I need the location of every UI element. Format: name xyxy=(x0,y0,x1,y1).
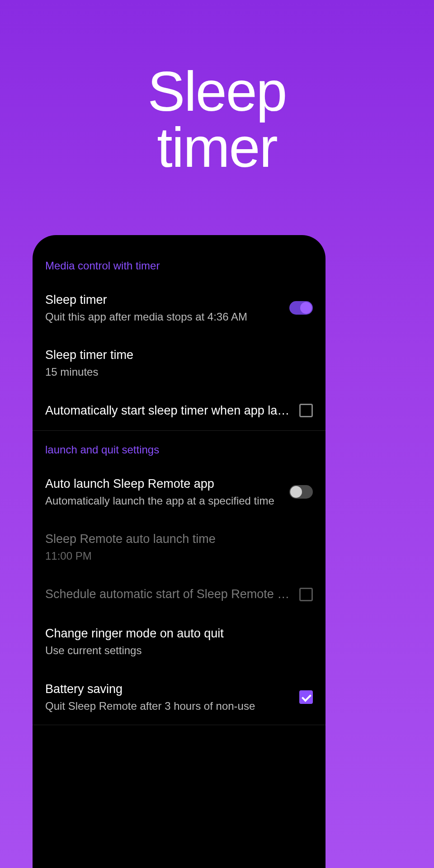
ringer-title: Change ringer mode on auto quit xyxy=(45,626,304,642)
row-text: Change ringer mode on auto quit Use curr… xyxy=(45,626,313,657)
row-text: Auto launch Sleep Remote app Automatical… xyxy=(45,476,289,508)
sleep-timer-time-subtitle: 15 minutes xyxy=(45,365,304,379)
hero-line-1: Sleep xyxy=(0,63,434,119)
row-sleep-timer[interactable]: Sleep timer Quit this app after media st… xyxy=(33,280,326,335)
toggle-knob xyxy=(300,302,312,314)
auto-start-checkbox[interactable] xyxy=(299,404,313,417)
row-auto-launch[interactable]: Auto launch Sleep Remote app Automatical… xyxy=(33,464,326,519)
hero-line-2: timer xyxy=(0,119,434,175)
section-header-launch: launch and quit settings xyxy=(33,431,326,464)
section-launch-quit: launch and quit settings Auto launch Sle… xyxy=(33,431,326,725)
section-media-control: Media control with timer Sleep timer Qui… xyxy=(33,255,326,431)
row-text: Schedule automatic start of Sleep Remote… xyxy=(45,586,299,602)
row-battery[interactable]: Battery saving Quit Sleep Remote after 3… xyxy=(33,670,326,725)
sleep-timer-toggle[interactable] xyxy=(289,301,313,315)
schedule-title: Schedule automatic start of Sleep Remote… xyxy=(45,586,290,602)
hero-title: Sleep timer xyxy=(0,0,434,175)
battery-subtitle: Quit Sleep Remote after 3 hours of non-u… xyxy=(45,699,290,713)
row-sleep-timer-time[interactable]: Sleep timer time 15 minutes xyxy=(33,335,326,391)
row-auto-launch-time: Sleep Remote auto launch time 11:00 PM xyxy=(33,519,326,575)
ringer-subtitle: Use current settings xyxy=(45,643,304,657)
row-auto-start[interactable]: Automatically start sleep timer when app… xyxy=(33,391,326,430)
auto-launch-title: Auto launch Sleep Remote app xyxy=(45,476,280,492)
schedule-checkbox xyxy=(299,588,313,601)
battery-title: Battery saving xyxy=(45,681,290,697)
auto-start-title: Automatically start sleep timer when app… xyxy=(45,403,290,419)
phone-frame: Media control with timer Sleep timer Qui… xyxy=(33,235,326,868)
row-text: Battery saving Quit Sleep Remote after 3… xyxy=(45,681,299,713)
row-schedule: Schedule automatic start of Sleep Remote… xyxy=(33,575,326,614)
auto-launch-toggle[interactable] xyxy=(289,485,313,499)
sleep-timer-time-title: Sleep timer time xyxy=(45,347,304,363)
row-ringer[interactable]: Change ringer mode on auto quit Use curr… xyxy=(33,614,326,669)
row-text: Sleep Remote auto launch time 11:00 PM xyxy=(45,531,313,563)
battery-checkbox[interactable] xyxy=(299,690,313,704)
toggle-knob xyxy=(290,486,302,498)
section-header-media: Media control with timer xyxy=(33,255,326,280)
auto-launch-time-subtitle: 11:00 PM xyxy=(45,549,304,563)
sleep-timer-subtitle: Quit this app after media stops at 4:36 … xyxy=(45,310,280,324)
row-text: Sleep timer Quit this app after media st… xyxy=(45,292,289,324)
auto-launch-subtitle: Automatically launch the app at a specif… xyxy=(45,494,280,508)
row-text: Automatically start sleep timer when app… xyxy=(45,403,299,419)
row-text: Sleep timer time 15 minutes xyxy=(45,347,313,379)
auto-launch-time-title: Sleep Remote auto launch time xyxy=(45,531,304,547)
sleep-timer-title: Sleep timer xyxy=(45,292,280,308)
